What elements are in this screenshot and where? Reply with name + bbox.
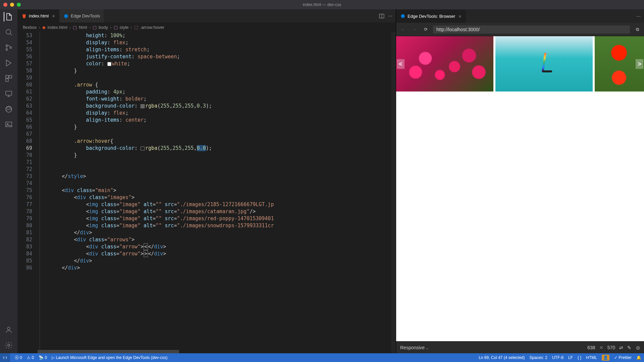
breadcrumb-item[interactable]: body [99, 25, 108, 30]
code-content[interactable]: height: 100%; display: flex; align-items… [38, 32, 391, 353]
close-icon[interactable]: × [459, 13, 462, 19]
live-share-icon[interactable]: 👤 [602, 355, 609, 361]
extensions-icon[interactable] [4, 74, 13, 83]
status-bar: ⓧ 0 ⚠ 0 📡 0 ▷ Launch Microsoft Edge and … [0, 353, 644, 362]
symbol-icon: ▢ [114, 25, 118, 30]
search-icon[interactable] [4, 27, 13, 37]
minimap[interactable] [391, 32, 396, 353]
breadcrumb-item[interactable]: index.html [48, 25, 67, 30]
source-control-icon[interactable] [4, 43, 13, 52]
editor-pane: index.html × Edge DevTools ⋯ flexbox› ◆ … [17, 9, 396, 353]
responsive-toolbar: Responsive 638 ✕ 570 ⇄ ✎ ◎ [396, 341, 644, 353]
minimize-window-icon[interactable] [10, 3, 14, 7]
braces-icon[interactable]: { } [578, 355, 581, 360]
inspect-icon[interactable]: ◎ [636, 345, 640, 350]
more-actions-icon[interactable]: ⋯ [636, 14, 641, 19]
breadcrumb-item[interactable]: html [79, 25, 87, 30]
activity-bar [0, 9, 17, 353]
gallery-prev-button[interactable]: < [397, 59, 405, 69]
edge-tools-icon[interactable] [4, 105, 13, 114]
notifications-icon[interactable]: 🔔 [636, 355, 641, 360]
devtools-tabs: Edge DevTools: Browser × ⋯ [396, 9, 644, 23]
eol[interactable]: LF [568, 355, 573, 360]
symbol-icon: ⬚ [134, 25, 138, 30]
line-numbers: 5354555657585960616263646566676869707172… [17, 32, 38, 353]
responsive-mode-select[interactable]: Responsive [400, 345, 429, 350]
errors-count[interactable]: ⓧ 0 [15, 355, 22, 361]
tab-label: Edge DevTools [71, 13, 100, 18]
gallery-next-button[interactable]: > [636, 59, 643, 69]
breadcrumb-item[interactable]: flexbox [23, 25, 37, 30]
browser-toolbar: ← → ⟳ http://localhost:3000/ ⧉ [396, 23, 644, 36]
tab-label: Edge DevTools: Browser [408, 14, 455, 19]
back-icon[interactable]: ← [399, 27, 407, 32]
tab-edge-devtools[interactable]: Edge DevTools [59, 9, 104, 22]
explorer-icon[interactable] [4, 12, 13, 21]
horizontal-scrollbar[interactable] [38, 350, 391, 353]
eyedropper-icon[interactable]: ✎ [627, 345, 631, 350]
code-editor[interactable]: 5354555657585960616263646566676869707172… [17, 32, 396, 353]
remote-indicator[interactable] [0, 353, 10, 362]
html-file-icon [21, 13, 27, 19]
cursor-position[interactable]: Ln 69, Col 47 (4 selected) [479, 355, 525, 360]
tab-label: index.html [29, 13, 49, 18]
svg-rect-6 [6, 79, 8, 81]
encoding[interactable]: UTF-8 [552, 355, 564, 360]
more-actions-icon[interactable]: ⋯ [388, 13, 392, 18]
image-icon[interactable] [4, 120, 13, 129]
svg-point-12 [8, 344, 10, 346]
svg-point-1 [6, 45, 8, 47]
window-controls [3, 3, 21, 7]
browser-preview[interactable]: < > [396, 36, 644, 341]
prettier-status[interactable]: ✓ Prettier [614, 355, 632, 360]
viewport-height[interactable]: 570 [607, 345, 615, 350]
html-file-icon: ◆ [42, 25, 46, 30]
svg-point-3 [10, 47, 12, 49]
symbol-icon: ▢ [73, 25, 77, 30]
reload-icon[interactable]: ⟳ [422, 27, 430, 32]
gallery-image [396, 36, 493, 92]
breadcrumb-item[interactable]: .arrow:hover [140, 25, 164, 30]
svg-point-13 [64, 14, 68, 18]
devtools-pane: Edge DevTools: Browser × ⋯ ← → ⟳ http://… [396, 9, 644, 353]
indentation[interactable]: Spaces: 2 [530, 355, 547, 360]
tab-index-html[interactable]: index.html × [17, 9, 59, 22]
breadcrumb[interactable]: flexbox› ◆ index.html› ▢ html› ▢ body› ▢… [17, 23, 396, 32]
tab-devtools-browser[interactable]: Edge DevTools: Browser × [396, 9, 466, 23]
svg-rect-4 [6, 75, 8, 78]
edge-icon [63, 13, 69, 19]
breadcrumb-item[interactable]: style [120, 25, 129, 30]
edge-icon [400, 13, 406, 19]
address-bar[interactable]: http://localhost:3000/ [433, 25, 630, 34]
viewport-width[interactable]: 638 [587, 345, 595, 350]
svg-point-0 [6, 29, 11, 34]
forward-icon[interactable]: → [410, 27, 418, 32]
image-gallery: < > [396, 36, 644, 92]
close-window-icon[interactable] [3, 3, 7, 7]
settings-icon[interactable] [4, 341, 13, 350]
rotate-icon[interactable]: ⇄ [619, 345, 623, 350]
ports-count[interactable]: 📡 0 [39, 355, 47, 360]
maximize-window-icon[interactable] [17, 3, 21, 7]
svg-rect-5 [9, 75, 12, 78]
svg-point-15 [401, 14, 405, 18]
dimension-separator: ✕ [599, 345, 603, 350]
run-debug-icon[interactable] [4, 58, 13, 68]
svg-point-2 [6, 49, 8, 51]
close-icon[interactable]: × [52, 13, 55, 19]
launch-edge-button[interactable]: ▷ Launch Microsoft Edge and open the Edg… [52, 355, 167, 360]
language-mode[interactable]: HTML [586, 355, 597, 360]
gallery-image [495, 36, 593, 92]
svg-rect-7 [6, 91, 12, 95]
symbol-icon: ▢ [93, 25, 97, 30]
svg-point-11 [7, 327, 10, 330]
indent-guide [40, 32, 40, 353]
account-icon[interactable] [4, 325, 13, 335]
split-editor-icon[interactable] [379, 13, 385, 19]
window-title: index.html — dev-css [303, 2, 341, 7]
remote-icon[interactable] [4, 89, 13, 99]
svg-point-10 [7, 124, 8, 125]
dock-icon[interactable]: ⧉ [633, 27, 641, 32]
warnings-count[interactable]: ⚠ 0 [27, 355, 34, 360]
titlebar: index.html — dev-css [0, 0, 644, 9]
